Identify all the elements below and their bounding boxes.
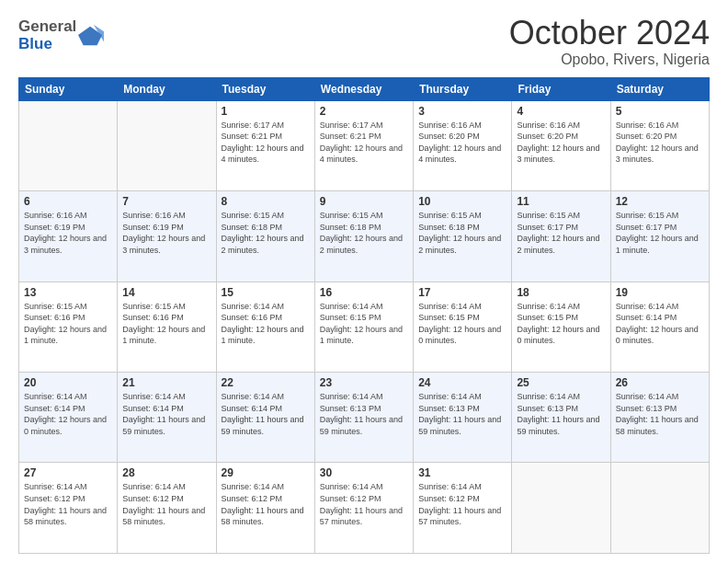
col-header-wednesday: Wednesday: [314, 77, 413, 100]
day-info: Sunrise: 6:17 AMSunset: 6:21 PMDaylight:…: [320, 120, 408, 166]
day-number: 14: [122, 286, 210, 299]
day-info: Sunrise: 6:14 AMSunset: 6:12 PMDaylight:…: [122, 481, 210, 527]
subtitle: Opobo, Rivers, Nigeria: [509, 52, 710, 68]
day-info: Sunrise: 6:17 AMSunset: 6:21 PMDaylight:…: [222, 120, 310, 166]
day-number: 9: [320, 195, 408, 208]
calendar-cell: 19Sunrise: 6:14 AMSunset: 6:14 PMDayligh…: [610, 282, 709, 372]
calendar-cell: 3Sunrise: 6:16 AMSunset: 6:20 PMDaylight…: [414, 100, 512, 190]
logo-line1: General: [18, 18, 76, 36]
day-number: 2: [320, 105, 408, 118]
calendar-cell: 14Sunrise: 6:15 AMSunset: 6:16 PMDayligh…: [118, 282, 216, 372]
calendar-table: SundayMondayTuesdayWednesdayThursdayFrid…: [18, 77, 710, 554]
calendar-cell: 1Sunrise: 6:17 AMSunset: 6:21 PMDaylight…: [216, 100, 314, 190]
day-number: 17: [418, 286, 506, 299]
calendar-week-2: 6Sunrise: 6:16 AMSunset: 6:19 PMDaylight…: [19, 191, 710, 282]
calendar-cell: 8Sunrise: 6:15 AMSunset: 6:18 PMDaylight…: [216, 191, 314, 282]
day-info: Sunrise: 6:14 AMSunset: 6:14 PMDaylight:…: [24, 391, 112, 437]
day-info: Sunrise: 6:16 AMSunset: 6:20 PMDaylight:…: [418, 120, 506, 166]
day-info: Sunrise: 6:15 AMSunset: 6:16 PMDaylight:…: [122, 301, 210, 347]
calendar-cell: 11Sunrise: 6:15 AMSunset: 6:17 PMDayligh…: [512, 191, 610, 282]
calendar-cell: 26Sunrise: 6:14 AMSunset: 6:13 PMDayligh…: [610, 373, 709, 463]
day-info: Sunrise: 6:16 AMSunset: 6:20 PMDaylight:…: [616, 120, 704, 166]
calendar-cell: 31Sunrise: 6:14 AMSunset: 6:12 PMDayligh…: [414, 463, 512, 554]
day-info: Sunrise: 6:14 AMSunset: 6:15 PMDaylight:…: [320, 301, 408, 347]
calendar-cell: 5Sunrise: 6:16 AMSunset: 6:20 PMDaylight…: [610, 100, 709, 190]
day-info: Sunrise: 6:14 AMSunset: 6:14 PMDaylight:…: [122, 391, 210, 437]
day-number: 1: [222, 105, 310, 118]
col-header-tuesday: Tuesday: [216, 77, 314, 100]
day-number: 16: [320, 286, 408, 299]
day-number: 13: [24, 286, 112, 299]
day-number: 18: [517, 286, 605, 299]
col-header-saturday: Saturday: [610, 77, 709, 100]
main-title: October 2024: [509, 15, 710, 52]
day-number: 8: [222, 195, 310, 208]
header: General Blue October 2024 Opobo, Rivers,…: [18, 15, 710, 68]
calendar-cell: 13Sunrise: 6:15 AMSunset: 6:16 PMDayligh…: [19, 282, 118, 372]
day-info: Sunrise: 6:15 AMSunset: 6:16 PMDaylight:…: [24, 301, 112, 347]
calendar-cell: 4Sunrise: 6:16 AMSunset: 6:20 PMDaylight…: [512, 100, 610, 190]
title-block: October 2024 Opobo, Rivers, Nigeria: [509, 15, 710, 68]
day-number: 31: [418, 466, 506, 479]
day-info: Sunrise: 6:14 AMSunset: 6:12 PMDaylight:…: [320, 481, 408, 527]
day-info: Sunrise: 6:14 AMSunset: 6:13 PMDaylight:…: [517, 391, 605, 437]
calendar-cell: 6Sunrise: 6:16 AMSunset: 6:19 PMDaylight…: [19, 191, 118, 282]
day-number: 22: [222, 376, 310, 389]
calendar-cell: 16Sunrise: 6:14 AMSunset: 6:15 PMDayligh…: [314, 282, 413, 372]
day-info: Sunrise: 6:16 AMSunset: 6:19 PMDaylight:…: [122, 210, 210, 256]
day-info: Sunrise: 6:14 AMSunset: 6:13 PMDaylight:…: [616, 391, 704, 437]
day-number: 26: [616, 376, 704, 389]
calendar-cell: 27Sunrise: 6:14 AMSunset: 6:12 PMDayligh…: [19, 463, 118, 554]
day-info: Sunrise: 6:15 AMSunset: 6:18 PMDaylight:…: [418, 210, 506, 256]
day-info: Sunrise: 6:15 AMSunset: 6:18 PMDaylight:…: [320, 210, 408, 256]
day-number: 30: [320, 466, 408, 479]
calendar-cell: 7Sunrise: 6:16 AMSunset: 6:19 PMDaylight…: [118, 191, 216, 282]
calendar-cell: 21Sunrise: 6:14 AMSunset: 6:14 PMDayligh…: [118, 373, 216, 463]
col-header-thursday: Thursday: [414, 77, 512, 100]
day-number: 10: [418, 195, 506, 208]
day-info: Sunrise: 6:16 AMSunset: 6:19 PMDaylight:…: [24, 210, 112, 256]
calendar-cell: 15Sunrise: 6:14 AMSunset: 6:16 PMDayligh…: [216, 282, 314, 372]
day-number: 11: [517, 195, 605, 208]
calendar-week-1: 1Sunrise: 6:17 AMSunset: 6:21 PMDaylight…: [19, 100, 710, 190]
day-number: 19: [616, 286, 704, 299]
day-number: 25: [517, 376, 605, 389]
calendar-cell: 28Sunrise: 6:14 AMSunset: 6:12 PMDayligh…: [118, 463, 216, 554]
day-info: Sunrise: 6:14 AMSunset: 6:13 PMDaylight:…: [418, 391, 506, 437]
logo-icon: [78, 23, 104, 49]
day-number: 4: [517, 105, 605, 118]
day-number: 28: [122, 466, 210, 479]
day-number: 12: [616, 195, 704, 208]
day-number: 5: [616, 105, 704, 118]
page: General Blue October 2024 Opobo, Rivers,…: [0, 0, 728, 563]
day-number: 21: [122, 376, 210, 389]
day-number: 23: [320, 376, 408, 389]
day-info: Sunrise: 6:14 AMSunset: 6:16 PMDaylight:…: [222, 301, 310, 347]
calendar-cell: 12Sunrise: 6:15 AMSunset: 6:17 PMDayligh…: [610, 191, 709, 282]
day-info: Sunrise: 6:14 AMSunset: 6:14 PMDaylight:…: [222, 391, 310, 437]
day-info: Sunrise: 6:14 AMSunset: 6:14 PMDaylight:…: [616, 301, 704, 347]
day-info: Sunrise: 6:14 AMSunset: 6:13 PMDaylight:…: [320, 391, 408, 437]
calendar-cell: [610, 463, 709, 554]
day-info: Sunrise: 6:16 AMSunset: 6:20 PMDaylight:…: [517, 120, 605, 166]
calendar-week-5: 27Sunrise: 6:14 AMSunset: 6:12 PMDayligh…: [19, 463, 710, 554]
calendar-cell: 10Sunrise: 6:15 AMSunset: 6:18 PMDayligh…: [414, 191, 512, 282]
col-header-monday: Monday: [118, 77, 216, 100]
day-info: Sunrise: 6:14 AMSunset: 6:12 PMDaylight:…: [418, 481, 506, 527]
day-info: Sunrise: 6:15 AMSunset: 6:17 PMDaylight:…: [616, 210, 704, 256]
calendar-cell: 29Sunrise: 6:14 AMSunset: 6:12 PMDayligh…: [216, 463, 314, 554]
col-header-sunday: Sunday: [19, 77, 118, 100]
day-number: 6: [24, 195, 112, 208]
day-number: 27: [24, 466, 112, 479]
day-info: Sunrise: 6:14 AMSunset: 6:12 PMDaylight:…: [24, 481, 112, 527]
calendar-cell: 30Sunrise: 6:14 AMSunset: 6:12 PMDayligh…: [314, 463, 413, 554]
day-info: Sunrise: 6:14 AMSunset: 6:12 PMDaylight:…: [222, 481, 310, 527]
calendar-cell: [19, 100, 118, 190]
calendar-week-3: 13Sunrise: 6:15 AMSunset: 6:16 PMDayligh…: [19, 282, 710, 372]
calendar-cell: 22Sunrise: 6:14 AMSunset: 6:14 PMDayligh…: [216, 373, 314, 463]
calendar-cell: 25Sunrise: 6:14 AMSunset: 6:13 PMDayligh…: [512, 373, 610, 463]
calendar-cell: 17Sunrise: 6:14 AMSunset: 6:15 PMDayligh…: [414, 282, 512, 372]
logo: General Blue: [18, 18, 104, 52]
calendar-cell: 2Sunrise: 6:17 AMSunset: 6:21 PMDaylight…: [314, 100, 413, 190]
calendar-cell: 24Sunrise: 6:14 AMSunset: 6:13 PMDayligh…: [414, 373, 512, 463]
